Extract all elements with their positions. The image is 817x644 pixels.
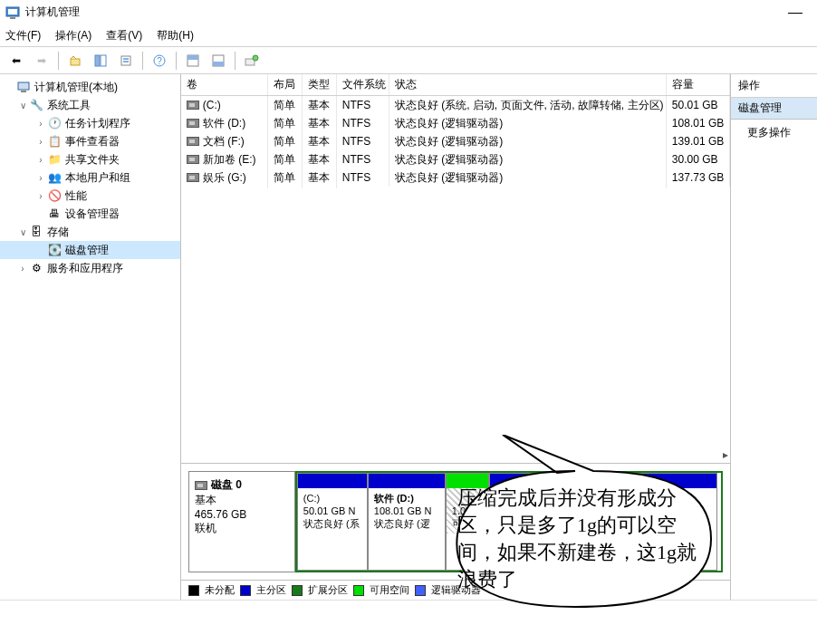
volume-list-header[interactable]: 卷 布局 类型 文件系统 状态 容量 [181,74,730,96]
svg-rect-2 [10,17,15,19]
svg-text:?: ? [157,56,162,66]
partition-bar [298,474,367,488]
menu-file[interactable]: 文件(F) [5,28,41,43]
partition-info: 软件 (D:)108.01 GB N状态良好 (逻 [369,488,445,533]
toolbar: ⬅ ➡ ? [0,47,817,74]
partition-info: 新加卷 (E:30.00 GB N状态良好 (逻 [490,488,561,533]
partition-row: (C:)50.01 GB N状态良好 (系软件 (D:)108.01 GB N状… [295,471,723,572]
actions-pane: 操作 磁盘管理 更多操作 [731,74,817,600]
volume-name: 文档 (F:) [203,134,245,149]
disk-type: 基本 [195,493,289,508]
svg-rect-3 [71,59,80,65]
col-volume[interactable]: 卷 [181,74,268,95]
svg-rect-14 [213,62,224,66]
legend: 未分配 主分区 扩展分区 可用空间 逻辑驱动器 [181,580,730,600]
device-icon: 🖶 [47,207,62,221]
back-button[interactable]: ⬅ [5,51,27,71]
help-button[interactable]: ? [149,51,170,71]
volume-row[interactable]: 娱乐 (G:)简单基本NTFS状态良好 (逻辑驱动器)137.73 GB [181,168,730,187]
properties-button[interactable] [115,51,137,71]
show-hide-tree-button[interactable] [90,51,111,71]
tree-root[interactable]: 计算机管理(本地) [0,78,180,96]
volume-name: (C:) [203,99,221,111]
legend-logical-swatch [415,585,426,596]
partition-bar [562,474,639,488]
volume-icon [187,155,199,164]
storage-icon: 🗄 [29,225,43,239]
partition-bar [640,474,716,488]
disk-icon: 💽 [47,243,62,257]
actions-context: 磁盘管理 [731,98,817,120]
tree-performance[interactable]: ›🚫性能 [0,187,180,205]
tree-local-users[interactable]: ›👥本地用户和组 [0,168,180,187]
volume-name: 新加卷 (E:) [203,152,256,168]
col-status[interactable]: 状态 [389,74,667,95]
partition[interactable]: 1.00 G可用空 [446,473,489,571]
partition[interactable]: 软件 (D:)108.01 GB N状态良好 (逻 [368,473,446,571]
tree-system-tools[interactable]: ∨🔧系统工具 [0,96,180,114]
tree-shared-folders[interactable]: ›📁共享文件夹 [0,150,180,168]
volume-row[interactable]: 新加卷 (E:)简单基本NTFS状态良好 (逻辑驱动器)30.00 GB [181,150,730,168]
users-icon: 👥 [47,170,62,185]
volume-icon [187,101,199,110]
col-filesystem[interactable]: 文件系统 [337,74,389,95]
disk-icon [195,481,207,490]
svg-rect-17 [18,82,29,90]
partition-bar [447,474,488,488]
partition-info: 1.00 G可用空 [447,488,488,533]
settings-button[interactable] [241,51,263,71]
actions-more[interactable]: 更多操作 [731,120,817,146]
tree-disk-management[interactable]: 💽磁盘管理 [0,241,180,259]
legend-extended-swatch [292,585,303,596]
col-capacity[interactable]: 容量 [667,74,730,95]
disk-header[interactable]: 磁盘 0 基本 465.76 GB 联机 [188,471,295,572]
view-bottom-button[interactable] [207,51,229,71]
partition[interactable]: 新加卷 (E:30.00 GB N状态良好 (逻 [489,473,562,571]
disk-graphical-view[interactable]: 磁盘 0 基本 465.76 GB 联机 (C:)50.01 GB N状态良好 … [181,464,730,580]
menu-view[interactable]: 查看(V) [106,28,142,43]
partition[interactable]: (C:)50.01 GB N状态良好 (系 [297,473,368,571]
menu-action[interactable]: 操作(A) [55,28,91,43]
partition[interactable]: 娱乐 (G:)137.73 GB N状态良好 (逻 [639,473,717,571]
event-icon: 📋 [47,134,62,149]
menu-help[interactable]: 帮助(H) [157,28,194,43]
partition[interactable]: 文档 (F:)139.01 GB N状态良好 (逻 [562,473,639,571]
tree-event-viewer[interactable]: ›📋事件查看器 [0,132,180,150]
toolbar-divider [142,52,143,70]
services-icon: ⚙ [29,261,43,275]
tree-storage[interactable]: ∨🗄存储 [0,223,180,241]
partition-bar [369,474,445,488]
svg-rect-18 [21,91,26,92]
col-type[interactable]: 类型 [303,74,337,95]
partition-bar [490,474,561,488]
svg-point-16 [253,55,258,61]
legend-unallocated-swatch [188,585,199,596]
scroll-right-indicator[interactable]: ▸ [723,448,728,461]
volume-row[interactable]: 软件 (D:)简单基本NTFS状态良好 (逻辑驱动器)108.01 GB [181,114,730,132]
window-title: 计算机管理 [25,5,80,20]
up-button[interactable] [64,51,86,71]
disk-label: 磁盘 0 [211,477,242,493]
disk-state: 联机 [195,521,289,536]
forward-button[interactable]: ➡ [31,51,53,71]
partition-info: (C:)50.01 GB N状态良好 (系 [298,488,367,533]
volume-row[interactable]: 文档 (F:)简单基本NTFS状态良好 (逻辑驱动器)139.01 GB [181,132,730,150]
volume-icon [187,137,199,146]
volume-row[interactable]: (C:)简单基本NTFS状态良好 (系统, 启动, 页面文件, 活动, 故障转储… [181,96,730,114]
navigation-tree[interactable]: 计算机管理(本地) ∨🔧系统工具 ›🕐任务计划程序 ›📋事件查看器 ›📁共享文件… [0,74,181,600]
tree-device-manager[interactable]: 🖶设备管理器 [0,205,180,223]
col-layout[interactable]: 布局 [268,74,303,95]
toolbar-divider [58,52,59,70]
svg-rect-5 [101,55,106,66]
actions-header: 操作 [731,74,817,98]
tree-task-scheduler[interactable]: ›🕐任务计划程序 [0,114,180,132]
performance-icon: 🚫 [47,188,62,203]
view-top-button[interactable] [182,51,204,71]
toolbar-divider [176,52,177,70]
volume-list[interactable]: 卷 布局 类型 文件系统 状态 容量 (C:)简单基本NTFS状态良好 (系统,… [181,74,730,464]
minimize-button[interactable]: — [779,5,812,21]
main-area: 计算机管理(本地) ∨🔧系统工具 ›🕐任务计划程序 ›📋事件查看器 ›📁共享文件… [0,74,817,600]
tree-services-apps[interactable]: ›⚙服务和应用程序 [0,259,180,277]
menu-bar: 文件(F) 操作(A) 查看(V) 帮助(H) [0,25,817,47]
svg-rect-1 [8,9,17,14]
